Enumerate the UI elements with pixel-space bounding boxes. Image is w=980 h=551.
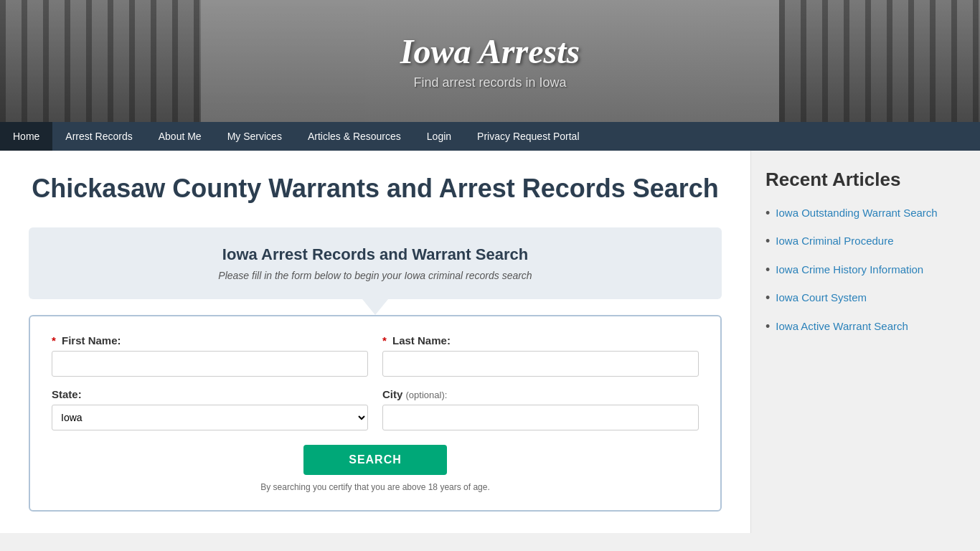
- main-nav: Home Arrest Records About Me My Services…: [0, 122, 980, 151]
- form-row-location: State: Iowa City (optional):: [52, 388, 699, 430]
- form-group-lastname: * Last Name:: [382, 334, 699, 377]
- site-header: Iowa Arrests Find arrest records in Iowa: [0, 0, 980, 122]
- sidebar-article-link-2[interactable]: Iowa Crime History Information: [776, 262, 923, 277]
- nav-item-my-services[interactable]: My Services: [215, 122, 295, 151]
- form-group-firstname: * First Name:: [52, 334, 368, 377]
- sidebar-list-item: Iowa Outstanding Warrant Search: [765, 205, 966, 222]
- nav-item-privacy[interactable]: Privacy Request Portal: [464, 122, 592, 151]
- form-row-names: * First Name: * Last Name:: [52, 334, 699, 377]
- search-box-header: Iowa Arrest Records and Warrant Search P…: [29, 227, 722, 299]
- firstname-required-mark: *: [52, 334, 56, 347]
- lastname-input[interactable]: [382, 351, 699, 377]
- sidebar-list-item: Iowa Crime History Information: [765, 262, 966, 278]
- city-input[interactable]: [382, 405, 699, 430]
- header-bg-right: [779, 0, 980, 122]
- firstname-input[interactable]: [52, 351, 368, 377]
- site-subtitle: Find arrest records in Iowa: [400, 75, 580, 90]
- form-group-state: State: Iowa: [52, 388, 368, 430]
- nav-item-about-me[interactable]: About Me: [146, 122, 215, 151]
- city-label-text: City: [382, 388, 402, 400]
- sidebar-article-link-3[interactable]: Iowa Court System: [776, 290, 867, 305]
- sidebar-article-link-1[interactable]: Iowa Criminal Procedure: [776, 233, 893, 248]
- sidebar: Recent Articles Iowa Outstanding Warrant…: [750, 151, 980, 533]
- lastname-required-mark: *: [382, 334, 387, 347]
- city-label: City (optional):: [382, 388, 699, 400]
- search-box-title: Iowa Arrest Records and Warrant Search: [50, 245, 700, 264]
- nav-item-arrest-records[interactable]: Arrest Records: [52, 122, 145, 151]
- header-bg-left: [0, 0, 201, 122]
- firstname-label: * First Name:: [52, 334, 368, 347]
- firstname-label-text: First Name:: [62, 334, 121, 347]
- search-box-subtitle: Please fill in the form below to begin y…: [50, 270, 700, 281]
- state-select[interactable]: Iowa: [52, 405, 368, 430]
- state-label: State:: [52, 388, 368, 400]
- form-disclaimer: By searching you certify that you are ab…: [52, 482, 699, 492]
- nav-item-home[interactable]: Home: [0, 122, 52, 151]
- sidebar-title: Recent Articles: [765, 169, 966, 191]
- city-optional-text: (optional):: [406, 390, 448, 400]
- form-group-city: City (optional):: [382, 388, 699, 430]
- sidebar-articles-list: Iowa Outstanding Warrant SearchIowa Crim…: [765, 205, 966, 335]
- main-layout: Chickasaw County Warrants and Arrest Rec…: [0, 151, 980, 533]
- sidebar-article-link-0[interactable]: Iowa Outstanding Warrant Search: [776, 205, 937, 220]
- sidebar-article-link-4[interactable]: Iowa Active Warrant Search: [776, 319, 908, 334]
- search-form-area: * First Name: * Last Name: State:: [29, 315, 722, 512]
- nav-item-login[interactable]: Login: [414, 122, 464, 151]
- lastname-label-text: Last Name:: [392, 334, 451, 347]
- sidebar-list-item: Iowa Criminal Procedure: [765, 233, 966, 250]
- search-box-arrow: [362, 299, 388, 315]
- nav-item-articles[interactable]: Articles & Resources: [295, 122, 414, 151]
- search-button[interactable]: SEARCH: [303, 445, 447, 475]
- page-title: Chickasaw County Warrants and Arrest Rec…: [29, 172, 722, 206]
- sidebar-list-item: Iowa Active Warrant Search: [765, 319, 966, 335]
- lastname-label: * Last Name:: [382, 334, 699, 347]
- site-title: Iowa Arrests: [400, 32, 580, 71]
- sidebar-list-item: Iowa Court System: [765, 290, 966, 306]
- header-content: Iowa Arrests Find arrest records in Iowa: [400, 32, 580, 90]
- main-content: Chickasaw County Warrants and Arrest Rec…: [0, 151, 750, 533]
